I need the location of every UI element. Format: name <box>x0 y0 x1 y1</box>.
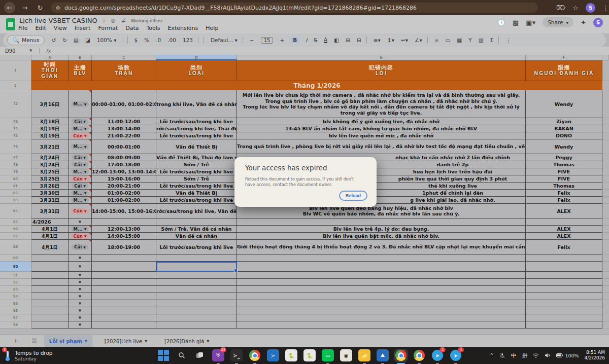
cell-D83[interactable]: Lỗi trước/sau/trong khi live <box>156 197 237 204</box>
cell-E88[interactable]: Giới thiệu hoạt động tháng 4 bị thiếu ho… <box>237 240 526 254</box>
chevron-down-icon[interactable]: ▼ <box>79 273 81 277</box>
taskbar-chrome-2-icon[interactable] <box>413 349 425 361</box>
sheets-logo-icon[interactable] <box>6 18 15 30</box>
menu-insert[interactable]: Insert <box>75 25 91 31</box>
row-header-75[interactable]: 75 <box>0 132 31 139</box>
column-headers[interactable]: ABCDEF <box>0 55 609 60</box>
toolbar-horizontal-align-icon[interactable]: ≡▾ <box>374 37 381 43</box>
row-header-86[interactable]: 86 <box>0 226 31 233</box>
menu-file[interactable]: File <box>18 25 27 31</box>
cell-E92[interactable] <box>237 279 526 286</box>
column-header-F[interactable]: F <box>526 55 602 60</box>
reload-icon[interactable]: ↻ <box>35 2 46 13</box>
name-box[interactable]: D90 <box>0 48 29 54</box>
sheet-tab-2[interactable]: [2026]Lịch live▼ <box>99 335 152 347</box>
taskbar-copilot-icon[interactable]: ◉ <box>340 349 352 361</box>
cell-E87[interactable]: Blv lên live quên bật miic, đã nhắc nhở … <box>237 233 526 240</box>
column-header-B[interactable]: B <box>69 55 92 60</box>
cell-D93[interactable] <box>156 286 237 293</box>
taskbar-task-view-icon[interactable] <box>194 349 206 361</box>
cell-D80[interactable]: Sớm / Trễ <box>156 175 237 183</box>
cell-B74[interactable]: M...▼ <box>69 125 92 132</box>
cell-C89[interactable] <box>92 254 156 262</box>
toolbar-undo-icon[interactable]: ↺ <box>51 37 56 43</box>
site-settings-icon[interactable]: ⚙ <box>56 5 60 11</box>
cell-B79[interactable]: M...▼ <box>69 168 92 175</box>
row-header-83[interactable]: 83 <box>0 197 31 204</box>
row-header-90[interactable]: 90 <box>0 262 31 272</box>
cell-F82[interactable]: Felix <box>526 190 602 197</box>
chevron-down-icon[interactable]: ▼ <box>85 339 87 343</box>
cell-B97[interactable]: ▼ <box>69 314 92 321</box>
toolbar-italic-icon[interactable]: I <box>306 37 307 43</box>
cell-D81[interactable]: Lỗi trước/sau/trong khi live <box>156 183 237 190</box>
toolbar-decimal-decrease-icon[interactable]: .0 <box>156 37 161 43</box>
row-header-97[interactable]: 97 <box>0 314 31 321</box>
toolbar-dollar-icon[interactable]: $ <box>134 37 138 43</box>
cell-A96[interactable] <box>31 307 69 314</box>
cell-E97[interactable] <box>237 314 526 321</box>
toolbar-text-rotate-icon[interactable]: ∠▾ <box>415 37 422 43</box>
blv-dropdown-chip[interactable]: Cún▼ <box>71 208 89 214</box>
ime-language-indicator[interactable]: 中 <box>511 352 516 359</box>
cell-F94[interactable] <box>526 293 602 300</box>
cell-E96[interactable] <box>237 307 526 314</box>
header-cell-A[interactable]: 时间THỜI GIAN <box>31 60 69 81</box>
taskbar-photos-icon[interactable]: ⛰ <box>377 349 389 361</box>
cell-B93[interactable]: ▼ <box>69 286 92 293</box>
cell-F73[interactable]: Ziyan <box>526 118 602 125</box>
row-header-95[interactable]: 95 <box>0 300 31 307</box>
zoom-out-icon[interactable]: ⌦ <box>556 4 565 12</box>
cell-F95[interactable] <box>526 300 602 307</box>
row-header-76[interactable]: 76 <box>0 139 31 154</box>
cell-E93[interactable] <box>237 286 526 293</box>
toolbar-number-format-123-icon[interactable]: 123 <box>183 37 193 43</box>
cell-B98[interactable]: ▼ <box>69 321 92 329</box>
cell-F91[interactable] <box>526 272 602 279</box>
cell-F76[interactable]: Wendy <box>526 139 602 154</box>
chevron-down-icon[interactable]: ▼ <box>145 339 147 343</box>
tray-expand-icon[interactable]: ⌃ <box>489 352 494 359</box>
row-header-87[interactable]: 87 <box>0 233 31 240</box>
cell-E74[interactable]: 13:45 BLV ấn nhầm tắt cam, không tự giác… <box>237 125 526 132</box>
row-header-79[interactable]: 79 <box>0 168 31 175</box>
blv-dropdown-chip[interactable]: M...▼ <box>71 144 89 150</box>
row-header-88[interactable]: 88 <box>0 240 31 254</box>
cell-B78[interactable]: Cải▼ <box>69 161 92 168</box>
row-header-72[interactable]: 72 <box>0 90 31 118</box>
reload-button[interactable]: Reload <box>339 191 367 201</box>
cell-C96[interactable] <box>92 307 156 314</box>
cell-A90[interactable] <box>31 262 69 272</box>
chevron-down-icon[interactable]: ▼ <box>79 316 81 320</box>
row-header-91[interactable]: 91 <box>0 272 31 279</box>
taskbar-clock[interactable]: 8:51 AM 4/2/2026 <box>585 350 605 361</box>
row-header-1[interactable]: 1 <box>0 60 31 81</box>
cell-F88[interactable]: Felix <box>526 240 602 254</box>
cell-A77[interactable]: 3月24日 <box>31 154 69 161</box>
cell-C83[interactable]: 01:00-02:00 <box>92 197 156 204</box>
cell-F72[interactable]: Wendy <box>526 90 602 118</box>
cell-A91[interactable] <box>31 272 69 279</box>
toolbar-vertical-align-icon[interactable]: ↕▾ <box>387 37 394 43</box>
blv-dropdown-chip[interactable]: Cải▼ <box>72 155 88 160</box>
cell-F79[interactable]: FIVE <box>526 168 602 175</box>
weather-widget[interactable]: 3 Temps to drop Saturday <box>4 349 53 361</box>
cell-B87[interactable]: Cún▼ <box>69 233 92 240</box>
comment-icon[interactable]: ▩ <box>513 19 519 26</box>
zoom-select[interactable]: 100% ▾ <box>97 37 117 43</box>
toolbar-sum-icon[interactable]: Σ <box>490 37 494 43</box>
toolbar-minus-icon[interactable]: − <box>250 37 254 43</box>
taskbar-powershell-icon[interactable]: ≻ <box>267 349 279 361</box>
cell-C81[interactable]: 20:00-21:00 <box>92 183 156 190</box>
cell-E91[interactable] <box>237 272 526 279</box>
cell-A92[interactable] <box>31 279 69 286</box>
month-band[interactable]: Tháng 1/2026 <box>31 81 602 90</box>
taskbar-purple-app-icon[interactable]: ⛨28 <box>212 349 224 361</box>
cell-E89[interactable] <box>237 254 526 262</box>
row-gutter-header[interactable] <box>0 55 31 60</box>
cell-C76[interactable]: 00:00-01:00 <box>92 139 156 154</box>
row-header-84[interactable]: 84 <box>0 204 31 219</box>
cell-D88[interactable]: Lỗi trước/sau/trong khi live <box>156 240 237 254</box>
cell-C92[interactable] <box>92 279 156 286</box>
cell-D97[interactable] <box>156 314 237 321</box>
